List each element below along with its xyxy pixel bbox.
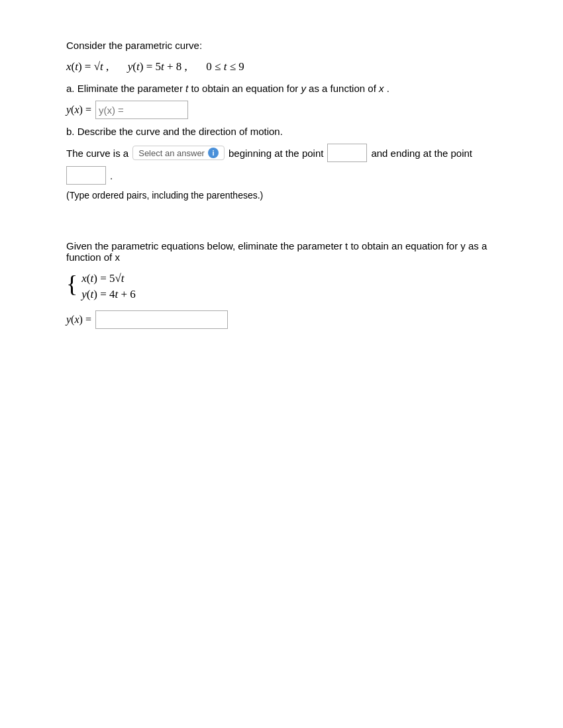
period-label: . bbox=[110, 170, 113, 181]
part-b-label: b. Describe the curve and the direction … bbox=[66, 126, 497, 137]
curve-prefix: The curve is a bbox=[66, 148, 128, 159]
beginning-point-input[interactable] bbox=[327, 144, 367, 162]
problem-2-title: Given the parametric equations below, el… bbox=[66, 240, 497, 263]
note-text: (Type ordered pairs, including the paren… bbox=[66, 190, 497, 201]
y-x-input-2[interactable] bbox=[95, 310, 228, 329]
info-icon: i bbox=[208, 148, 219, 158]
problem-1-domain: 0 ≤ t ≤ 9 bbox=[201, 60, 244, 73]
system-eq-x: x(t) = 5√t bbox=[81, 272, 136, 285]
ending-point-input[interactable] bbox=[66, 166, 106, 185]
part-a-answer-row: y(x) = bbox=[66, 101, 497, 119]
y-eq-label-1: y(x) = bbox=[66, 104, 91, 116]
problem-1-eq-y: y(t) = 5t + 8 , bbox=[122, 60, 187, 73]
problem-1-title: Consider the parametric curve: bbox=[66, 40, 497, 51]
select-answer-button[interactable]: Select an answer i bbox=[132, 146, 225, 160]
beginning-at-label: beginning at the point bbox=[229, 148, 323, 159]
system-equations: x(t) = 5√t y(t) = 4t + 6 bbox=[81, 272, 136, 301]
system-eq-y: y(t) = 4t + 6 bbox=[81, 288, 136, 301]
brace-symbol: { bbox=[66, 272, 77, 296]
problem-2: Given the parametric equations below, el… bbox=[66, 240, 497, 329]
part-2-answer-row: y(x) = bbox=[66, 310, 497, 329]
problem-2-equations: { x(t) = 5√t y(t) = 4t + 6 bbox=[66, 272, 497, 301]
problem-1: Consider the parametric curve: x(t) = √t… bbox=[66, 40, 497, 201]
y-x-input-1[interactable] bbox=[95, 101, 188, 119]
part-a-label: a. Eliminate the parameter t to obtain a… bbox=[66, 83, 497, 94]
problem-1-eq-x: x(t) = √t , bbox=[66, 60, 109, 73]
curve-description-row: The curve is a Select an answer i beginn… bbox=[66, 144, 497, 185]
y-eq-label-2: y(x) = bbox=[66, 314, 91, 326]
select-answer-label: Select an answer bbox=[138, 148, 205, 158]
ending-at-label: and ending at the point bbox=[371, 148, 472, 159]
problem-1-equations: x(t) = √t , y(t) = 5t + 8 , 0 ≤ t ≤ 9 bbox=[66, 60, 497, 73]
